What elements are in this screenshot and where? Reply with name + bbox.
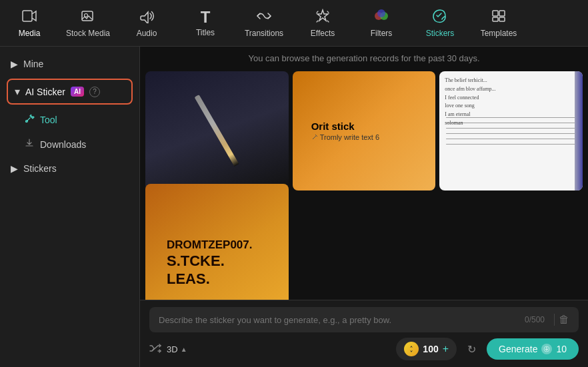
effects-icon [315,9,331,26]
sticker-card-orange[interactable]: Orit stick Tromly write text 6 [293,71,436,190]
sidebar-stickers-label: Stickers [23,163,57,174]
svg-rect-7 [499,11,505,16]
bottom-controls: 3D ▲ 100 + ↻ Generate [149,338,579,360]
sidebar-downloads-label: Downloads [40,139,86,150]
svg-point-5 [377,9,385,17]
sidebar-mine-label: Mine [23,59,43,69]
coin-icon [404,342,419,356]
stock-media-icon [80,9,96,26]
downloads-icon [24,138,35,151]
generate-button[interactable]: Generate 10 [487,338,579,360]
svg-rect-8 [493,17,498,21]
nav-filters[interactable]: Filters [352,0,411,47]
nav-stock-media[interactable]: Stock Media [59,0,117,47]
pencil-shape [195,95,239,167]
big-note-line3: LEAS. [167,270,210,288]
transitions-icon [255,9,273,26]
ai-sticker-arrow-icon: ▾ [15,85,20,98]
content-notice: You can browse the generation records fo… [140,47,588,69]
filters-icon [373,9,390,26]
card-orange-sub: Tromly write text 6 [311,133,379,141]
nav-effects-label: Effects [311,29,335,38]
sidebar-tool-label: Tool [40,115,57,125]
templates-icon [491,9,507,26]
notebook-line [446,133,576,134]
generate-label: Generate [499,344,537,354]
content-area: You can browse the generation records fo… [140,47,588,367]
nav-templates[interactable]: Templates [469,0,528,47]
nav-filters-label: Filters [371,29,393,38]
card-orange-subtitle: Tromly write text 6 [320,133,379,141]
notebook-text: The belief terhicit... once afm blov aff… [445,77,577,128]
help-icon[interactable]: ? [89,87,100,97]
plus-icon[interactable]: + [443,343,449,355]
ai-sticker-label: AI Sticker [25,87,65,97]
style-selector[interactable]: 3D ▲ [167,344,187,354]
nav-templates-label: Templates [481,29,517,38]
prompt-input-row: 0/500 🗑 [149,307,579,332]
titles-icon: T [201,9,211,25]
stickers-icon [431,9,449,26]
style-label: 3D [167,344,178,354]
nav-audio[interactable]: Audio [117,0,176,47]
sticker-card-big-note[interactable]: DROMTZEP007. S.TCKE. LEAS. [145,184,289,300]
sidebar-item-stickers[interactable]: ▶ Stickers [0,157,139,181]
audio-icon [139,9,155,26]
notebook-spine [575,71,583,190]
nav-transitions-label: Transitions [245,29,283,38]
generate-cost-badge [541,344,552,354]
card-inner: DROMTZEP007. S.TCKE. LEAS. [156,193,278,300]
card-inner [145,71,289,190]
refresh-icon[interactable]: ↻ [467,343,476,356]
notebook-line [446,144,576,145]
big-note-line2: S.TCKE. [167,252,225,270]
mine-arrow-icon: ▶ [11,59,18,69]
svg-rect-9 [499,17,505,21]
card-inner: The belief terhicit... once afm blov aff… [439,71,583,190]
stickers-arrow-icon: ▶ [11,163,18,174]
nav-media-label: Media [19,29,41,38]
sidebar-subitem-tool[interactable]: Tool [0,107,139,132]
nav-transitions[interactable]: Transitions [235,0,293,47]
nav-stickers[interactable]: Stickers [411,0,469,47]
chevron-up-icon: ▲ [181,346,187,353]
media-icon [21,9,37,26]
char-count: 0/500 [525,315,545,324]
svg-rect-0 [23,11,32,21]
tool-icon [24,113,35,126]
shuffle-icon[interactable] [149,344,161,355]
prompt-input[interactable] [159,315,519,325]
main-layout: ▶ Mine ▾ AI Sticker AI ? Tool [0,47,588,367]
nav-effects[interactable]: Effects [293,0,352,47]
divider [554,314,555,326]
notebook-line [446,128,576,129]
nav-audio-label: Audio [137,29,157,38]
sticker-grid: Orit stick Tromly write text 6 [140,69,588,300]
nav-titles[interactable]: T Titles [176,0,235,47]
sidebar-item-ai-sticker[interactable]: ▾ AI Sticker AI ? [7,79,133,105]
ai-badge: AI [71,87,84,97]
sidebar: ▶ Mine ▾ AI Sticker AI ? Tool [0,47,140,367]
nav-titles-label: Titles [196,28,215,37]
top-nav: Media Stock Media Audio T Titles [0,0,588,47]
sidebar-subitem-downloads[interactable]: Downloads [0,132,139,157]
notebook-line [446,139,576,139]
generate-cost: 10 [556,344,567,354]
nav-stock-media-label: Stock Media [66,29,110,38]
sticker-card-pencil[interactable] [145,71,289,190]
pencil-small-icon [311,134,318,141]
coin-value: 100 [423,344,438,354]
sidebar-item-mine[interactable]: ▶ Mine [0,52,139,76]
nav-media[interactable]: Media [0,0,59,47]
card-orange-title: Orit stick [311,121,355,132]
card-inner: Orit stick Tromly write text 6 [302,79,427,183]
svg-rect-6 [493,11,498,16]
coin-button[interactable]: 100 + [396,338,457,360]
big-note-line1: DROMTZEP007. [167,238,252,252]
nav-stickers-label: Stickers [426,29,455,38]
sticker-card-notebook[interactable]: The belief terhicit... once afm blov aff… [439,71,583,190]
trash-icon[interactable]: 🗑 [559,314,569,326]
bottom-bar: 0/500 🗑 3D ▲ [140,300,588,367]
